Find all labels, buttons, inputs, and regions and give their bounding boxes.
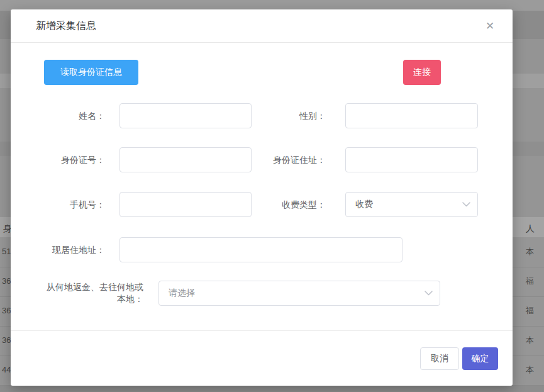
- gender-input[interactable]: [345, 103, 478, 128]
- screen: 身 人 51 36 36 36 44 本 福 福 本 本 新增采集信息 ✕ 读取…: [0, 0, 544, 392]
- backdrop-cell: 本: [526, 335, 534, 346]
- travel-select[interactable]: 请选择: [158, 281, 440, 306]
- backdrop-cell: 36: [2, 305, 11, 316]
- backdrop-cell: 36: [2, 335, 11, 346]
- add-collection-info-dialog: 新增采集信息 ✕ 读取身份证信息 连接 姓名： 性别： 身份证号： 身份证住址：…: [11, 9, 513, 386]
- chevron-down-icon: [425, 291, 433, 296]
- backdrop-cell: 本: [526, 364, 534, 376]
- backdrop-cell: 36: [2, 276, 11, 287]
- backdrop-cell: 51: [2, 246, 11, 257]
- phone-label: 手机号：: [23, 192, 105, 217]
- connect-button[interactable]: 连接: [403, 60, 441, 85]
- cancel-button[interactable]: 取消: [420, 347, 459, 370]
- read-id-card-button[interactable]: 读取身份证信息: [44, 60, 138, 85]
- backdrop-cell: 本: [526, 246, 534, 257]
- backdrop-cell: 福: [526, 305, 534, 316]
- current-address-input[interactable]: [119, 237, 402, 262]
- dialog-title: 新增采集信息: [36, 9, 96, 42]
- backdrop-column-header: 人: [526, 223, 535, 234]
- backdrop-stripe: [0, 386, 544, 392]
- chevron-down-icon: [462, 202, 470, 207]
- close-icon[interactable]: ✕: [482, 19, 497, 34]
- travel-select-placeholder: 请选择: [169, 288, 195, 299]
- confirm-button[interactable]: 确定: [462, 347, 498, 370]
- backdrop-cell: 福: [526, 276, 534, 287]
- header-divider: [11, 42, 513, 43]
- fee-type-label: 收费类型：: [225, 192, 326, 217]
- name-label: 姓名：: [23, 103, 105, 128]
- fee-type-selected-value: 收费: [355, 199, 373, 210]
- id-number-label: 身份证号：: [23, 147, 105, 172]
- footer-divider: [11, 330, 513, 331]
- id-address-input[interactable]: [345, 147, 478, 172]
- id-address-label: 身份证住址：: [225, 147, 326, 172]
- fee-type-select[interactable]: 收费: [345, 192, 478, 217]
- gender-label: 性别：: [225, 103, 326, 128]
- backdrop-cell: 44: [2, 364, 11, 376]
- current-address-label: 现居住地址：: [23, 237, 105, 262]
- travel-label: 从何地返金、去往何地或本地：: [42, 281, 143, 306]
- travel-label-text: 从何地返金、去往何地或本地：: [42, 281, 143, 305]
